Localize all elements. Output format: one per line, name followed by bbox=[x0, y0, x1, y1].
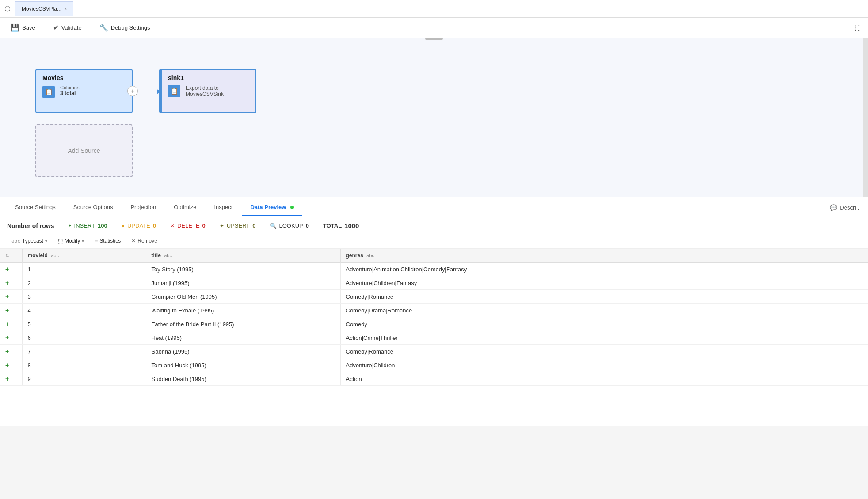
table-row: + 7 Sabrina (1995) Comedy|Romance bbox=[0, 345, 868, 358]
row-plus-3[interactable]: + bbox=[0, 304, 22, 317]
source-node-body: Columns: 3 total bbox=[60, 85, 126, 96]
statistics-button[interactable]: ≡ Statistics bbox=[90, 236, 125, 246]
source-columns-label: Columns: bbox=[60, 85, 126, 90]
save-button[interactable]: 💾 Save bbox=[7, 22, 39, 34]
save-icon: 💾 bbox=[11, 23, 19, 32]
row-movieid-5: 6 bbox=[22, 331, 146, 345]
bottom-panel: Source Settings Source Options Projectio… bbox=[0, 197, 868, 426]
stat-total: TOTAL 1000 bbox=[323, 222, 359, 229]
sink-node-description: Export data to MoviesCSVSink bbox=[186, 85, 249, 97]
source-node-icon: 📋 bbox=[42, 86, 55, 98]
main-tab[interactable]: MoviesCSVPla... × bbox=[15, 1, 73, 16]
row-plus-5[interactable]: + bbox=[0, 331, 22, 345]
lookup-icon: 🔍 bbox=[270, 223, 277, 229]
row-title-7: Tom and Huck (1995) bbox=[146, 358, 340, 372]
validate-button[interactable]: ✔ Validate bbox=[49, 22, 85, 34]
canvas-scrollbar[interactable] bbox=[863, 38, 868, 197]
row-title-1: Jumanji (1995) bbox=[146, 276, 340, 290]
update-icon: ● bbox=[122, 223, 125, 229]
source-add-button[interactable]: + bbox=[127, 86, 138, 96]
stat-lookup: 🔍 LOOKUP 0 bbox=[270, 222, 309, 229]
data-toolbar: abc Typecast ▾ ⬚ Modify ▾ ≡ Statistics ✕… bbox=[0, 233, 868, 249]
table-container[interactable]: ⇅ movieId abc title abc genres abc bbox=[0, 249, 868, 426]
row-plus-1[interactable]: + bbox=[0, 276, 22, 290]
upsert-icon: ✦ bbox=[220, 223, 224, 229]
total-value: 1000 bbox=[344, 222, 359, 229]
row-plus-7[interactable]: + bbox=[0, 358, 22, 372]
source-node[interactable]: Movies 📋 Columns: 3 total + bbox=[35, 69, 133, 113]
source-node-name: Movies bbox=[42, 74, 126, 81]
table-row: + 6 Heat (1995) Action|Crime|Thriller bbox=[0, 331, 868, 345]
row-movieid-3: 4 bbox=[22, 304, 146, 317]
typecast-abc-icon: abc bbox=[11, 238, 20, 244]
upsert-value: 0 bbox=[252, 222, 255, 229]
row-title-5: Heat (1995) bbox=[146, 331, 340, 345]
row-title-0: Toy Story (1995) bbox=[146, 263, 340, 276]
tab-source-settings[interactable]: Source Settings bbox=[7, 199, 64, 216]
tab-data-preview[interactable]: Data Preview bbox=[242, 199, 302, 216]
row-plus-0[interactable]: + bbox=[0, 263, 22, 276]
tab-inspect[interactable]: Inspect bbox=[206, 199, 241, 216]
corner-icon: ⬚ bbox=[854, 23, 861, 32]
delete-label: DELETE bbox=[177, 222, 200, 229]
tab-right-label: Descri... bbox=[840, 204, 861, 211]
typecast-chevron-icon: ▾ bbox=[45, 239, 47, 244]
upsert-label: UPSERT bbox=[227, 222, 250, 229]
row-title-3: Waiting to Exhale (1995) bbox=[146, 304, 340, 317]
row-plus-8[interactable]: + bbox=[0, 372, 22, 386]
table-row: + 5 Father of the Bride Part II (1995) C… bbox=[0, 317, 868, 331]
col-title-header: title abc bbox=[146, 249, 340, 263]
row-genres-5: Action|Crime|Thriller bbox=[340, 331, 868, 345]
row-genres-8: Action bbox=[340, 372, 868, 386]
debug-settings-button[interactable]: 🔧 Debug Settings bbox=[96, 22, 154, 34]
add-source-placeholder[interactable]: Add Source bbox=[35, 124, 133, 177]
modify-button[interactable]: ⬚ Modify ▾ bbox=[53, 236, 88, 246]
row-genres-4: Comedy bbox=[340, 317, 868, 331]
table-header: ⇅ movieId abc title abc genres abc bbox=[0, 249, 868, 263]
sink-node-name: sink1 bbox=[168, 74, 249, 81]
row-plus-6[interactable]: + bbox=[0, 345, 22, 358]
stat-delete: ✕ DELETE 0 bbox=[170, 222, 206, 229]
table-row: + 2 Jumanji (1995) Adventure|Children|Fa… bbox=[0, 276, 868, 290]
insert-label: INSERT bbox=[74, 222, 95, 229]
tab-optimize[interactable]: Optimize bbox=[166, 199, 204, 216]
row-plus-4[interactable]: + bbox=[0, 317, 22, 331]
canvas-drag-handle[interactable] bbox=[425, 38, 443, 40]
data-preview-dot bbox=[290, 206, 294, 209]
remove-button[interactable]: ✕ Remove bbox=[127, 236, 162, 246]
row-title-4: Father of the Bride Part II (1995) bbox=[146, 317, 340, 331]
tab-close-icon[interactable]: × bbox=[64, 6, 67, 11]
row-title-6: Sabrina (1995) bbox=[146, 345, 340, 358]
row-movieid-2: 3 bbox=[22, 290, 146, 304]
col-movieid-header: movieId abc bbox=[22, 249, 146, 263]
table-row: + 9 Sudden Death (1995) Action bbox=[0, 372, 868, 386]
row-title-2: Grumpier Old Men (1995) bbox=[146, 290, 340, 304]
delete-icon: ✕ bbox=[170, 223, 175, 229]
table-body: + 1 Toy Story (1995) Adventure|Animation… bbox=[0, 263, 868, 386]
tabs-bar: Source Settings Source Options Projectio… bbox=[0, 197, 868, 218]
total-label: TOTAL bbox=[323, 222, 342, 229]
toolbar: 💾 Save ✔ Validate 🔧 Debug Settings ⬚ bbox=[0, 18, 868, 38]
insert-icon: + bbox=[69, 223, 72, 229]
row-genres-3: Comedy|Drama|Romance bbox=[340, 304, 868, 317]
typecast-button[interactable]: abc Typecast ▾ bbox=[7, 236, 52, 246]
remove-x-icon: ✕ bbox=[131, 238, 136, 244]
tab-projection[interactable]: Projection bbox=[122, 199, 164, 216]
sort-icon: ⇅ bbox=[5, 253, 9, 258]
lookup-label: LOOKUP bbox=[279, 222, 303, 229]
tab-source-options[interactable]: Source Options bbox=[65, 199, 121, 216]
col-sort-header: ⇅ bbox=[0, 249, 22, 263]
source-columns-value: 3 total bbox=[60, 90, 126, 96]
row-movieid-6: 7 bbox=[22, 345, 146, 358]
row-genres-1: Adventure|Children|Fantasy bbox=[340, 276, 868, 290]
row-plus-2[interactable]: + bbox=[0, 290, 22, 304]
lookup-value: 0 bbox=[306, 222, 309, 229]
canvas-area: Movies 📋 Columns: 3 total + ▶ sink1 📋 Ex… bbox=[0, 38, 868, 197]
flow-container: Movies 📋 Columns: 3 total + ▶ sink1 📋 Ex… bbox=[35, 69, 256, 113]
app-icon: ⬡ bbox=[4, 4, 11, 13]
sink-node[interactable]: sink1 📋 Export data to MoviesCSVSink bbox=[159, 69, 256, 113]
row-movieid-7: 8 bbox=[22, 358, 146, 372]
row-movieid-4: 5 bbox=[22, 317, 146, 331]
rows-label: Number of rows bbox=[7, 222, 54, 229]
table-row: + 1 Toy Story (1995) Adventure|Animation… bbox=[0, 263, 868, 276]
